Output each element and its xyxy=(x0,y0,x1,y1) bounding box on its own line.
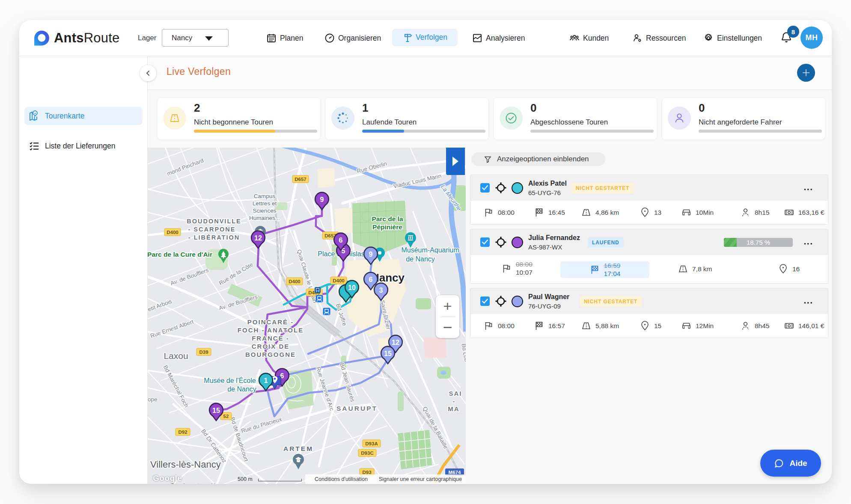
svg-text:6: 6 xyxy=(369,276,373,283)
svg-text:D400: D400 xyxy=(167,230,179,235)
svg-text:SAI: SAI xyxy=(449,390,462,397)
svg-text:ope: ope xyxy=(148,396,158,403)
svg-text:D93C: D93C xyxy=(361,451,373,456)
svg-text:SAURUPT: SAURUPT xyxy=(336,405,378,412)
svg-text:Parc de la: Parc de la xyxy=(372,215,403,222)
svg-text:12: 12 xyxy=(254,234,262,242)
svg-text:Parc de la Cure d'Air: Parc de la Cure d'Air xyxy=(148,251,212,258)
svg-text:-: - xyxy=(453,397,456,405)
svg-text:Musée de l'École: Musée de l'École xyxy=(204,377,256,384)
svg-text:BOUDONVILLE: BOUDONVILLE xyxy=(187,218,241,225)
svg-text:6: 6 xyxy=(339,237,343,244)
svg-text:D93A: D93A xyxy=(365,441,378,446)
svg-text:Villers-lès-Nancy: Villers-lès-Nancy xyxy=(150,459,221,470)
svg-text:10: 10 xyxy=(348,284,356,291)
svg-text:Pépinière: Pépinière xyxy=(372,223,402,231)
svg-text:Humaines...: Humaines... xyxy=(249,215,280,221)
svg-text:POINCARÉ -: POINCARÉ - xyxy=(247,318,294,326)
svg-text:de Nancy: de Nancy xyxy=(406,255,435,263)
svg-text:FRANCE -: FRANCE - xyxy=(252,335,289,342)
svg-text:15: 15 xyxy=(212,407,220,414)
svg-text:Lettres et: Lettres et xyxy=(253,200,277,207)
svg-text:Muséum-Aquarium: Muséum-Aquarium xyxy=(401,246,459,254)
svg-text:- SCARPONE: - SCARPONE xyxy=(188,226,235,233)
svg-text:ARTEM: ARTEM xyxy=(283,445,313,452)
svg-text:12: 12 xyxy=(392,339,399,346)
svg-text:MA: MA xyxy=(448,405,459,412)
svg-text:D92: D92 xyxy=(178,430,187,435)
svg-text:15: 15 xyxy=(384,350,392,357)
svg-text:Laxou: Laxou xyxy=(164,351,188,361)
svg-text:D657: D657 xyxy=(295,177,306,182)
svg-text:9: 9 xyxy=(369,251,373,258)
svg-text:Sciences: Sciences xyxy=(253,208,277,214)
svg-text:- LIBÉRATION: - LIBÉRATION xyxy=(188,234,240,241)
svg-text:Campus: Campus xyxy=(254,193,276,199)
svg-text:D400: D400 xyxy=(333,278,345,283)
svg-text:CROIX DE: CROIX DE xyxy=(252,343,290,350)
svg-text:D39: D39 xyxy=(199,350,208,355)
svg-text:3: 3 xyxy=(379,287,383,294)
svg-text:FOCH - ANATOLE: FOCH - ANATOLE xyxy=(238,326,304,334)
svg-text:9: 9 xyxy=(320,196,324,203)
svg-text:1: 1 xyxy=(264,377,268,384)
svg-text:de Nancy: de Nancy xyxy=(227,385,256,393)
svg-text:D400: D400 xyxy=(289,279,301,284)
svg-text:BOURGOGNE: BOURGOGNE xyxy=(245,351,296,358)
svg-text:52: 52 xyxy=(223,414,229,419)
